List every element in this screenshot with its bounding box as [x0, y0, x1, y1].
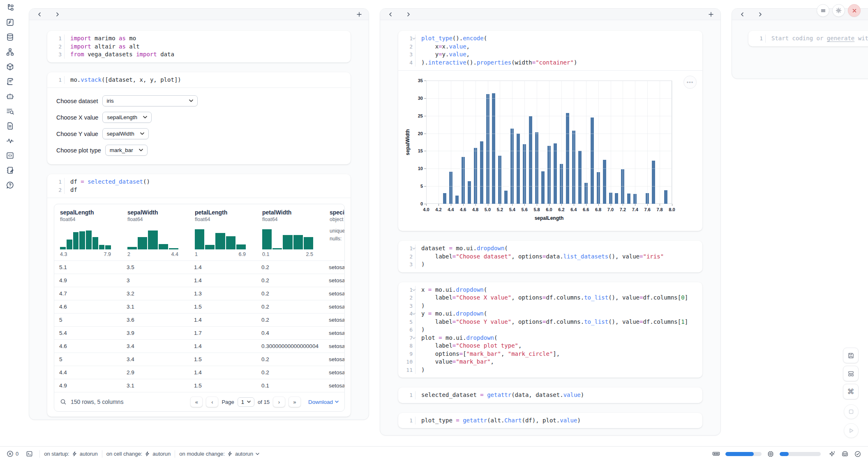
code-line[interactable]: value="mark_bar", [421, 358, 702, 366]
cell-plot[interactable]: 1234plot_type().encode( x=x.value, y=y.v… [398, 31, 702, 231]
table-row[interactable]: 53.41.50.2setosa [54, 353, 345, 366]
code-line[interactable]: from vega_datasets import data [70, 51, 351, 59]
code-line[interactable]: x=x.value, [421, 43, 702, 51]
help-icon[interactable] [0, 177, 20, 192]
menu-button[interactable] [817, 4, 829, 17]
table-row[interactable]: 5.13.51.40.2setosa [54, 260, 345, 274]
code-placeholder[interactable]: Start coding or generate with [771, 35, 868, 43]
column-header[interactable]: sepalLengthfloat644.37.9 [54, 209, 122, 257]
add-cell-button[interactable] [708, 12, 714, 17]
table-row[interactable]: 4.63.11.50.2setosa [54, 300, 345, 313]
file-tree-icon[interactable] [0, 0, 20, 15]
table-row[interactable]: 5.43.91.70.4setosa [54, 326, 345, 339]
outline-search-icon[interactable] [0, 104, 20, 118]
code-snippet-icon[interactable] [0, 148, 20, 163]
code-line[interactable]: options=["mark_bar", "mark_circle"], [421, 350, 702, 358]
add-cell-button[interactable] [356, 12, 362, 17]
cell-vstack[interactable]: 1mo.vstack([dataset, x, y, plot]) Choose… [47, 72, 351, 165]
code-line[interactable]: plot = mo.ui.dropdown( [421, 334, 702, 342]
code-line[interactable]: dataset = mo.ui.dropdown( [421, 244, 702, 253]
column-prev-button[interactable] [387, 11, 394, 18]
package-icon[interactable] [0, 59, 20, 74]
page-select[interactable]: 1 [238, 397, 254, 407]
cell-empty[interactable]: 1 Start coding or generate with [748, 31, 868, 46]
bar-chart[interactable]: 051015202530354.04.24.44.64.85.05.25.45.… [405, 77, 679, 227]
code-line[interactable]: y = mo.ui.dropdown( [421, 310, 702, 318]
last-page-button[interactable]: » [289, 396, 301, 407]
column-next-button[interactable] [757, 11, 764, 18]
scratchpad-icon[interactable] [0, 163, 20, 177]
terminal-button[interactable] [26, 450, 33, 457]
chat-bot-icon[interactable] [0, 89, 20, 104]
code-line[interactable]: selected_dataset = getattr(data, dataset… [421, 391, 702, 399]
cell-selected-dataset[interactable]: 1selected_dataset = getattr(data, datase… [398, 387, 702, 403]
search-icon[interactable] [60, 399, 67, 405]
scroll-icon[interactable] [0, 74, 20, 89]
code-line[interactable]: label="Choose Y value", options=df.colum… [421, 318, 702, 326]
ai-assist-button[interactable] [829, 450, 836, 458]
keyboard-shortcuts-button[interactable]: ⌘ [843, 384, 859, 399]
connection-status-button[interactable] [854, 450, 861, 458]
column-header[interactable]: petalLengthfloat6416.9 [189, 209, 256, 257]
column-prev-button[interactable] [739, 11, 746, 18]
document-icon[interactable] [0, 118, 20, 133]
table-row[interactable]: 4.93.11.50.1setosa [54, 379, 345, 392]
code-line[interactable]: df [70, 186, 351, 194]
function-icon[interactable] [0, 15, 20, 30]
settings-button[interactable] [832, 4, 845, 17]
column-prev-button[interactable] [36, 11, 43, 18]
column-header[interactable]: petalWidthfloat640.12.5 [256, 209, 324, 257]
prev-page-button[interactable]: ‹ [206, 396, 218, 407]
code-line[interactable]: import marimo as mo [70, 35, 351, 43]
dropdown-select[interactable]: mark_bar [105, 145, 148, 156]
cell-plot-type[interactable]: 1plot_type = getattr(alt.Chart(df), plot… [398, 413, 702, 429]
copilot-button[interactable] [841, 450, 849, 458]
code-line[interactable]: ) [421, 366, 702, 374]
code-line[interactable]: ).interactive().properties(width="contai… [421, 59, 702, 67]
table-row[interactable]: 4.931.40.2setosa [54, 274, 345, 287]
code-line[interactable]: mo.vstack([dataset, x, y, plot]) [70, 76, 351, 84]
generate-link[interactable]: generate [827, 35, 854, 41]
save-button[interactable] [843, 348, 859, 363]
column-header[interactable]: speciesobjectunique:nulls: [324, 209, 345, 257]
code-line[interactable]: ) [421, 326, 702, 334]
code-line[interactable]: df = selected_dataset() [70, 178, 351, 186]
activity-icon[interactable] [0, 133, 20, 148]
column-next-button[interactable] [405, 11, 412, 18]
code-line[interactable]: ) [421, 260, 702, 269]
stop-button[interactable] [844, 404, 859, 419]
code-line[interactable]: label="Choose plot type", [421, 342, 702, 350]
first-page-button[interactable]: « [190, 396, 203, 407]
code-line[interactable]: label="Choose X value", options=df.colum… [421, 294, 702, 302]
error-indicator[interactable]: 0 [7, 450, 18, 457]
autorun-setting[interactable]: on module change:autorun [178, 451, 261, 457]
layout-button[interactable] [843, 366, 859, 381]
dropdown-select[interactable]: sepalWidth [102, 128, 149, 139]
autorun-setting[interactable]: on startup:autorun [42, 451, 99, 457]
table-row[interactable]: 4.73.21.30.2setosa [54, 287, 345, 300]
code-line[interactable]: ) [421, 302, 702, 310]
database-icon[interactable] [0, 30, 20, 44]
code-line[interactable]: x = mo.ui.dropdown( [421, 286, 702, 294]
close-button[interactable] [848, 4, 861, 17]
cell-imports[interactable]: 123import marimo as moimport altair as a… [47, 31, 351, 62]
code-line[interactable]: y=y.value, [421, 51, 702, 59]
dependency-graph-icon[interactable] [0, 44, 20, 59]
dropdown-select[interactable]: sepalLength [102, 112, 152, 123]
table-row[interactable]: 4.63.41.40.30000000000000004setosa [54, 339, 345, 353]
run-button[interactable] [844, 423, 859, 438]
code-line[interactable]: plot_type().encode( [421, 35, 702, 43]
code-line[interactable]: label="Choose dataset", options=data.lis… [421, 253, 702, 261]
code-line[interactable]: import altair as alt [70, 43, 351, 51]
cell-widget-dropdowns[interactable]: 1234567891011x = mo.ui.dropdown( label="… [398, 282, 702, 378]
code-line[interactable]: plot_type = getattr(alt.Chart(df), plot.… [421, 417, 702, 425]
column-next-button[interactable] [54, 11, 61, 18]
dropdown-select[interactable]: iris [102, 95, 198, 106]
column-header[interactable]: sepalWidthfloat6424.4 [122, 209, 189, 257]
next-page-button[interactable]: › [273, 396, 285, 407]
table-row[interactable]: 53.61.40.2setosa [54, 313, 345, 326]
table-row[interactable]: 4.42.91.40.2setosa [54, 366, 345, 379]
cell-dataset-dropdown[interactable]: 123dataset = mo.ui.dropdown( label="Choo… [398, 241, 702, 272]
cell-dataframe[interactable]: 12df = selected_dataset()df sepalLengthf… [47, 174, 351, 417]
autorun-setting[interactable]: on cell change:autorun [105, 451, 173, 457]
